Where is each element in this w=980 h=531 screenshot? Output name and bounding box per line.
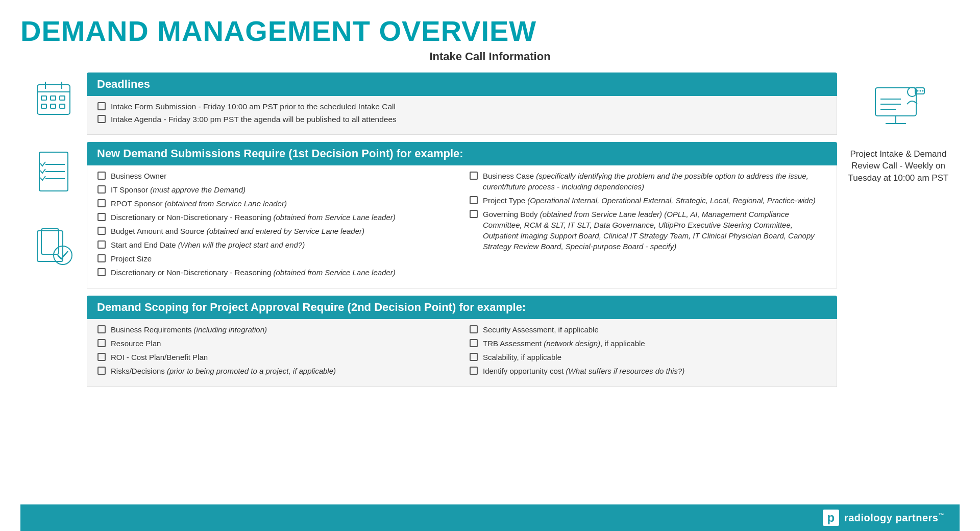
- logo-tm: ™: [939, 512, 945, 518]
- ds-left-3: ROI - Cost Plan/Benefit Plan: [97, 352, 454, 363]
- nd-left-8: Discretionary or Non-Discretionary - Rea…: [97, 267, 454, 278]
- ds-left-1: Business Requirements (including integra…: [97, 324, 454, 335]
- demand-scoping-body: Business Requirements (including integra…: [87, 319, 837, 387]
- demand-scoping-left-list: Business Requirements (including integra…: [97, 324, 454, 376]
- right-panel: Project Intake & Demand Review Call - We…: [837, 73, 960, 504]
- nd-left-1: Business Owner: [97, 171, 454, 181]
- nd-left-5: Budget Amount and Source (obtained and e…: [97, 226, 454, 236]
- new-demand-section: New Demand Submissions Require (1st Deci…: [87, 142, 837, 296]
- nd-left-7: Project Size: [97, 253, 454, 264]
- svg-rect-9: [60, 104, 65, 108]
- ds-right-2: TRB Assessment (network design), if appl…: [470, 338, 826, 349]
- nd-left-4: Discretionary or Non-Discretionary - Rea…: [97, 212, 454, 223]
- svg-rect-8: [51, 104, 56, 108]
- ds-right-1: Security Assessment, if applicable: [470, 324, 826, 335]
- ds-right-3: Scalability, if applicable: [470, 352, 826, 363]
- deadlines-body: Intake Form Submission - Friday 10:00 am…: [87, 96, 837, 135]
- demand-scoping-two-col: Business Requirements (including integra…: [97, 324, 826, 379]
- deadlines-list: Intake Form Submission - Friday 10:00 am…: [97, 101, 826, 125]
- approval-icon: [33, 226, 74, 267]
- deadline-item-2: Intake Agenda - Friday 3:00 pm PST the a…: [97, 114, 826, 125]
- svg-point-23: [920, 90, 921, 91]
- new-demand-header: New Demand Submissions Require (1st Deci…: [87, 142, 837, 165]
- demand-scoping-right-list: Security Assessment, if applicable TRB A…: [470, 324, 826, 376]
- logo-p-icon: p: [823, 510, 839, 526]
- new-demand-right-list: Business Case (specifically identifying …: [470, 171, 826, 252]
- main-title: DEMAND MANAGEMENT OVERVIEW: [20, 15, 960, 47]
- ds-left-4: Risks/Decisions (prior to being promoted…: [97, 366, 454, 376]
- checklist-icon: [33, 149, 74, 195]
- ds-right-4: Identify opportunity cost (What suffers …: [470, 366, 826, 376]
- svg-rect-4: [41, 96, 46, 100]
- deadline-item-1: Intake Form Submission - Friday 10:00 am…: [97, 101, 826, 112]
- nd-left-2: IT Sponsor (must approve the Demand): [97, 184, 454, 195]
- subtitle: Intake Call Information: [20, 50, 960, 63]
- new-demand-left-col: Business Owner IT Sponsor (must approve …: [97, 171, 454, 281]
- svg-point-24: [922, 90, 924, 91]
- logo-area: p radiology partners™: [823, 510, 944, 526]
- calendar-icon: [33, 78, 74, 118]
- demand-scoping-left-col: Business Requirements (including integra…: [97, 324, 454, 379]
- right-panel-text: Project Intake & Demand Review Call - We…: [837, 148, 960, 184]
- deadlines-section: Deadlines Intake Form Submission - Frida…: [87, 73, 837, 142]
- logo-brand-text: radiology partners™: [844, 512, 944, 524]
- new-demand-right-col: Business Case (specifically identifying …: [470, 171, 826, 281]
- checkbox-1: [97, 102, 106, 110]
- new-demand-two-col: Business Owner IT Sponsor (must approve …: [97, 171, 826, 281]
- svg-rect-15: [41, 229, 59, 254]
- center-content: Deadlines Intake Form Submission - Frida…: [87, 73, 837, 504]
- nd-right-2: Project Type (Operational Internal, Oper…: [470, 195, 826, 206]
- deadlines-header: Deadlines: [87, 73, 837, 96]
- nd-left-6: Start and End Date (When will the projec…: [97, 239, 454, 250]
- demand-scoping-right-col: Security Assessment, if applicable TRB A…: [470, 324, 826, 379]
- svg-rect-7: [41, 104, 46, 108]
- demand-scoping-header: Demand Scoping for Project Approval Requ…: [87, 296, 837, 319]
- nd-left-3: RPOT Sponsor (obtained from Service Lane…: [97, 198, 454, 209]
- svg-point-22: [917, 90, 919, 91]
- checkbox-2: [97, 115, 106, 123]
- presenter-icon: [870, 83, 926, 136]
- demand-scoping-section: Demand Scoping for Project Approval Requ…: [87, 296, 837, 394]
- svg-rect-5: [51, 96, 56, 100]
- svg-rect-6: [60, 96, 65, 100]
- left-icons-column: [20, 73, 87, 504]
- nd-right-1: Business Case (specifically identifying …: [470, 171, 826, 192]
- new-demand-body: Business Owner IT Sponsor (must approve …: [87, 165, 837, 288]
- page: DEMAND MANAGEMENT OVERVIEW Intake Call I…: [0, 0, 980, 531]
- bottom-bar: p radiology partners™: [20, 504, 960, 531]
- content-area: Deadlines Intake Form Submission - Frida…: [20, 73, 960, 504]
- ds-left-2: Resource Plan: [97, 338, 454, 349]
- nd-right-3: Governing Body (obtained from Service La…: [470, 209, 826, 252]
- new-demand-left-list: Business Owner IT Sponsor (must approve …: [97, 171, 454, 278]
